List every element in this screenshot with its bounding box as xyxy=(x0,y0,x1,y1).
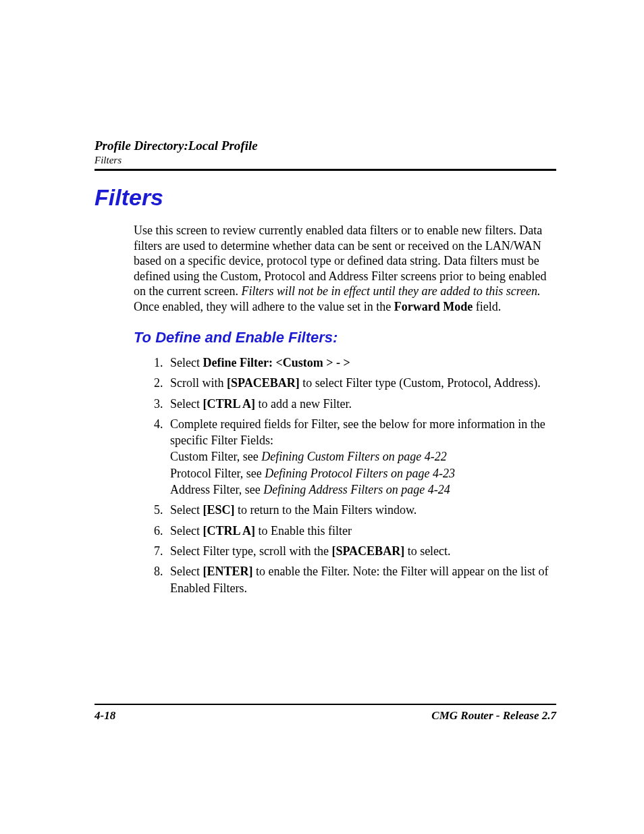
step-5-text-a: Select xyxy=(170,503,203,517)
step-4-xref-protocol: Defining Protocol Filters on page 4-23 xyxy=(265,467,455,480)
step-8-text-a: Select xyxy=(170,565,203,578)
intro-forward-mode: Forward Mode xyxy=(394,300,473,313)
step-7: Select Filter type, scroll with the [SPA… xyxy=(166,543,556,559)
step-1-text: Select xyxy=(170,356,203,369)
footer-rule xyxy=(95,704,556,705)
step-8: Select [ENTER] to enable the Filter. Not… xyxy=(166,563,556,596)
step-4-line3-a: Address Filter, see xyxy=(170,483,263,496)
doc-title-footer: CMG Router - Release 2.7 xyxy=(431,709,556,723)
running-header-subtitle: Filters xyxy=(95,155,556,166)
step-1-bold: Define Filter: <Custom > - > xyxy=(203,356,350,369)
step-4-xref-address: Defining Address Filters on page 4-24 xyxy=(263,483,450,496)
step-2-key: [SPACEBAR] xyxy=(227,376,300,390)
step-5-key: [ESC] xyxy=(203,503,234,517)
step-6: Select [CTRL A] to Enable this filter xyxy=(166,523,556,539)
step-5: Select [ESC] to return to the Main Filte… xyxy=(166,502,556,518)
step-5-text-b: to return to the Main Filters window. xyxy=(235,503,417,517)
step-4-xref-custom: Defining Custom Filters on page 4-22 xyxy=(261,450,446,463)
step-2-text-a: Scroll with xyxy=(170,376,227,390)
step-3: Select [CTRL A] to add a new Filter. xyxy=(166,396,556,412)
intro-italic-note: Filters will not be in effect until they… xyxy=(241,284,540,298)
step-3-text-b: to add a new Filter. xyxy=(255,397,352,411)
step-6-text-b: to Enable this filter xyxy=(255,524,352,538)
step-8-key: [ENTER] xyxy=(203,565,252,578)
subheading: To Define and Enable Filters: xyxy=(134,329,556,346)
running-header: Profile Directory:Local Profile Filters xyxy=(95,138,556,166)
intro-paragraph: Use this screen to review currently enab… xyxy=(134,223,556,314)
step-6-key: [CTRL A] xyxy=(203,524,255,538)
step-7-key: [SPACEBAR] xyxy=(331,544,404,558)
step-4-line2-a: Protocol Filter, see xyxy=(170,467,265,480)
page: Profile Directory:Local Profile Filters … xyxy=(0,0,644,834)
step-4: Complete required fields for Filter, see… xyxy=(166,416,556,498)
section-title: Filters xyxy=(95,184,556,211)
running-header-title: Profile Directory:Local Profile xyxy=(95,138,556,153)
step-7-text-a: Select Filter type, scroll with the xyxy=(170,544,331,558)
body: Use this screen to review currently enab… xyxy=(134,223,556,596)
step-2: Scroll with [SPACEBAR] to select Filter … xyxy=(166,375,556,391)
step-1: Select Define Filter: <Custom > - > xyxy=(166,355,556,371)
page-footer: 4-18 CMG Router - Release 2.7 xyxy=(95,704,556,723)
intro-text-b: Once enabled, they will adhere to the va… xyxy=(134,300,394,313)
page-number: 4-18 xyxy=(95,709,115,723)
step-2-text-b: to select Filter type (Custom, Protocol,… xyxy=(300,376,541,390)
step-4-text: Complete required fields for Filter, see… xyxy=(170,417,545,447)
step-4-line1-a: Custom Filter, see xyxy=(170,450,261,463)
steps-list: Select Define Filter: <Custom > - > Scro… xyxy=(134,355,556,596)
step-3-key: [CTRL A] xyxy=(203,397,255,411)
step-7-text-b: to select. xyxy=(404,544,450,558)
step-6-text-a: Select xyxy=(170,524,203,538)
step-3-text-a: Select xyxy=(170,397,203,411)
header-rule xyxy=(95,169,556,171)
intro-text-c: field. xyxy=(473,300,501,313)
